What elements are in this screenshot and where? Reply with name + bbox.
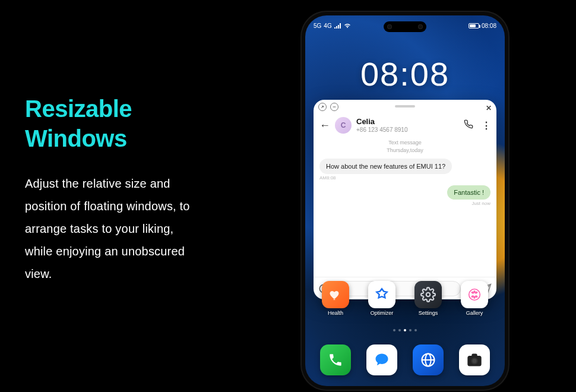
svg-rect-14 <box>473 355 477 357</box>
dock <box>305 344 505 375</box>
gallery-icon <box>461 281 488 308</box>
app-label: Optimizer <box>371 310 394 316</box>
incoming-timestamp: AM8:08 <box>319 175 490 181</box>
thread-meta: Text message Thursday,today <box>314 139 496 154</box>
svg-point-13 <box>471 358 477 363</box>
contact-name: Celia <box>356 118 459 127</box>
contact-phone: +86 123 4567 8910 <box>356 127 459 134</box>
minimize-icon[interactable] <box>318 103 327 111</box>
app-settings[interactable]: Settings <box>412 281 445 316</box>
app-health[interactable]: Health <box>319 281 352 316</box>
optimizer-icon <box>368 281 395 308</box>
message-thread[interactable]: How about the new features of EMUI 11? A… <box>314 154 496 277</box>
dock-browser-icon[interactable] <box>413 344 444 375</box>
app-optimizer[interactable]: Optimizer <box>365 281 398 316</box>
dock-messages-icon[interactable] <box>366 344 397 375</box>
incoming-message[interactable]: How about the new features of EMUI 11? <box>319 159 452 174</box>
phone-frame: 5G 4G 08:08 08:08 <box>300 11 509 391</box>
app-label: Settings <box>419 310 438 316</box>
dock-phone-icon[interactable] <box>320 344 351 375</box>
home-apps-row: Health Optimizer Settings Gallery <box>305 281 505 316</box>
status-time: 08:08 <box>482 23 496 29</box>
floating-window-handle-bar[interactable]: ✕ <box>314 100 496 113</box>
wifi-icon <box>344 23 351 29</box>
more-icon[interactable]: ⋮ <box>482 120 490 131</box>
avatar[interactable]: C <box>335 117 352 134</box>
phone-screen: 5G 4G 08:08 08:08 <box>305 15 505 386</box>
floating-window[interactable]: ✕ ← C Celia +86 123 4567 8910 ⋮ Text <box>314 100 496 299</box>
collapse-icon[interactable] <box>330 103 338 111</box>
dock-camera-icon[interactable] <box>459 344 490 375</box>
health-icon <box>322 281 349 308</box>
call-icon[interactable] <box>464 119 473 131</box>
app-gallery[interactable]: Gallery <box>458 281 491 316</box>
status-bar: 5G 4G 08:08 <box>305 19 505 32</box>
network-4g-icon: 4G <box>324 23 331 29</box>
settings-icon <box>414 281 442 308</box>
app-label: Health <box>328 310 343 316</box>
feature-title: Resizable Windows <box>25 94 132 153</box>
signal-icon <box>334 23 341 29</box>
battery-icon <box>469 23 479 29</box>
outgoing-timestamp: Just now <box>319 201 490 206</box>
svg-point-7 <box>426 293 431 297</box>
conversation-header: ← C Celia +86 123 4567 8910 ⋮ <box>314 113 496 138</box>
outgoing-message[interactable]: Fantastic ! <box>447 185 490 200</box>
page-indicator[interactable] <box>305 329 505 331</box>
drag-handle[interactable] <box>395 105 415 108</box>
app-label: Gallery <box>466 310 483 316</box>
lock-clock: 08:08 <box>305 55 505 93</box>
network-5g-icon: 5G <box>314 23 321 29</box>
back-arrow-icon[interactable]: ← <box>319 119 330 132</box>
close-icon[interactable]: ✕ <box>486 104 492 112</box>
feature-description: Adjust the relative size and position of… <box>25 172 203 285</box>
